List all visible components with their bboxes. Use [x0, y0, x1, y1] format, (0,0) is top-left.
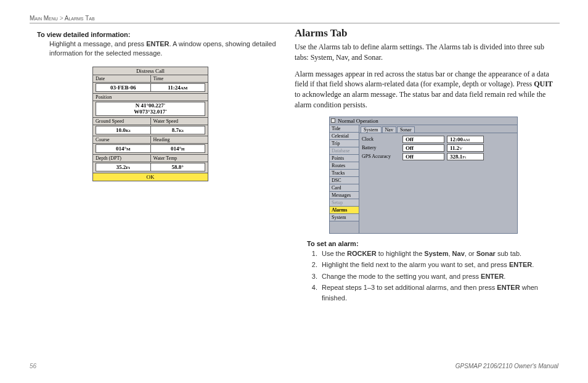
left-column: To view detailed information: Highlight … [37, 31, 284, 181]
date-value: 03-FEB-06 [96, 84, 150, 91]
alarm-row: ClockOff12:00AM [362, 136, 515, 143]
sidebar-item-messages[interactable]: Messages [330, 192, 359, 199]
tab-system[interactable]: System [361, 126, 382, 133]
alarm-label: Clock [362, 136, 402, 142]
content: System Nav Sonar ClockOff12:00AMBatteryO… [359, 125, 517, 233]
tab-sonar[interactable]: Sonar [397, 126, 415, 133]
water-speed-label: Water Speed [150, 118, 208, 125]
tab-nav[interactable]: Nav [382, 126, 396, 133]
view-detail-text: Highlight a message, and press ENTER. A … [49, 39, 284, 58]
set-alarm-heading: To set an alarm: [307, 240, 560, 247]
alarm-mode-field[interactable]: Off [402, 144, 444, 152]
page-number: 56 [30, 363, 36, 369]
breadcrumb-sep: > [60, 15, 63, 22]
course-value: 014°M [96, 145, 150, 152]
position-label: Position [93, 93, 208, 101]
breadcrumb: Main Menu > Alarms Tab [30, 15, 560, 23]
sidebar-item-routes[interactable]: Routes [330, 162, 359, 170]
sidebar-item-card[interactable]: Card [330, 184, 359, 192]
breadcrumb-a: Main Menu [30, 15, 58, 22]
step-4: Repeat steps 1–3 to set additional alarm… [319, 282, 560, 303]
heading-value: 014°H [150, 145, 205, 152]
right-column: Alarms Tab Use the Alarms tab to define … [295, 27, 560, 304]
sidebar-item-points[interactable]: Points [330, 155, 359, 162]
alarm-value-field[interactable]: 11.2V [447, 144, 484, 152]
water-temp-value: 58.8° [150, 163, 205, 171]
ok-button[interactable]: OK [93, 173, 208, 181]
heading-label: Heading [150, 136, 208, 143]
satellite-icon [331, 118, 335, 123]
step-3: Change the mode to the setting you want,… [319, 271, 560, 282]
time-value: 11:24AM [150, 84, 205, 91]
steps-list: Use the ROCKER to highlight the System, … [319, 249, 560, 303]
alarm-mode-field[interactable]: Off [402, 153, 444, 160]
alarms-tab-title: Alarms Tab [295, 27, 560, 39]
alarms-p2: Alarm messages appear in red across the … [295, 69, 560, 110]
course-label: Course [93, 136, 150, 143]
sidebar-item-system[interactable]: System [330, 214, 359, 221]
position-value: N 41°00.227' W073°32.017' [96, 102, 205, 117]
manual-name: GPSMAP 2106/2110 Owner's Manual [455, 363, 558, 369]
water-temp-label: Water Temp [150, 155, 208, 162]
sidebar-item-setup[interactable]: Setup [330, 199, 359, 207]
alarm-value-field[interactable]: 328.1Ft [447, 153, 484, 160]
alarm-label: Battery [362, 145, 402, 150]
sidebar: TideCelestialTripDatabasePointsRoutesTra… [330, 125, 359, 233]
view-detail-heading: To view detailed information: [37, 31, 284, 38]
depth-value: 35.2Ft [96, 163, 150, 171]
titlebar: Normal Operation [330, 117, 517, 125]
water-speed-value: 8.7Kt [150, 126, 205, 134]
titlebar-text: Normal Operation [338, 118, 378, 124]
time-label: Time [150, 75, 208, 82]
sidebar-item-dsc[interactable]: DSC [330, 177, 359, 184]
panel: ClockOff12:00AMBatteryOff11.2VGPS Accura… [359, 133, 517, 164]
date-label: Date [93, 75, 150, 82]
ground-speed-value: 10.0Kt [96, 126, 150, 134]
sidebar-item-database[interactable]: Database [330, 147, 359, 155]
sidebar-item-celestial[interactable]: Celestial [330, 133, 359, 140]
alarms-figure: Normal Operation TideCelestialTripDataba… [329, 117, 518, 234]
ground-speed-label: Ground Speed [93, 118, 150, 125]
breadcrumb-b: Alarms Tab [65, 15, 95, 22]
alarm-label: GPS Accuracy [362, 154, 402, 159]
step-1: Use the ROCKER to highlight the System, … [319, 249, 560, 259]
alarms-p1: Use the Alarms tab to define alarm setti… [295, 42, 560, 63]
alarm-row: BatteryOff11.2V [362, 144, 515, 152]
tabs: System Nav Sonar [359, 125, 517, 133]
alarm-value-field[interactable]: 12:00AM [447, 136, 484, 143]
distress-title: Distress Call [93, 67, 208, 75]
sidebar-item-tracks[interactable]: Tracks [330, 170, 359, 177]
alarm-mode-field[interactable]: Off [402, 136, 444, 143]
depth-label: Depth (DPT) [93, 155, 150, 162]
alarm-row: GPS AccuracyOff328.1Ft [362, 153, 515, 160]
distress-call-figure: Distress Call Date Time 03-FEB-06 11:24A… [92, 67, 208, 182]
sidebar-item-trip[interactable]: Trip [330, 140, 359, 147]
sidebar-item-alarms[interactable]: Alarms [330, 207, 359, 214]
sidebar-item-tide[interactable]: Tide [330, 125, 359, 133]
step-2: Highlight the field next to the alarm yo… [319, 260, 560, 270]
